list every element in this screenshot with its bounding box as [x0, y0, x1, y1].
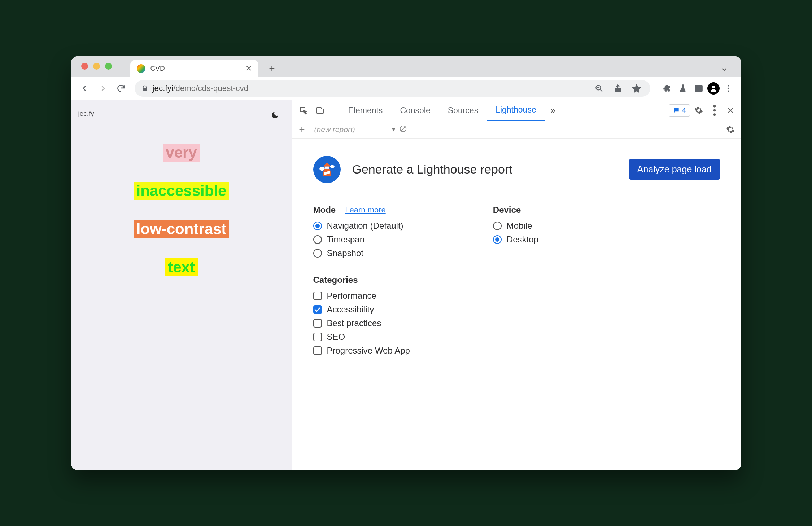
mode-option-2[interactable]: Snapshot	[313, 248, 410, 258]
lighthouse-toolbar: + (new report) ▼	[292, 121, 741, 139]
lighthouse-logo-icon	[313, 156, 341, 183]
labs-icon[interactable]	[676, 81, 690, 96]
profile-avatar[interactable]	[707, 82, 720, 95]
bookmark-icon[interactable]	[629, 81, 644, 96]
option-label: Desktop	[507, 234, 538, 245]
devtools-close-icon[interactable]	[723, 103, 738, 118]
favicon-icon	[137, 64, 145, 73]
option-label: Performance	[327, 291, 376, 301]
back-button[interactable]	[77, 80, 93, 96]
dark-mode-toggle[interactable]	[267, 107, 283, 123]
svg-point-8	[727, 88, 729, 89]
lighthouse-options: Mode Learn more Navigation (Default)Time…	[313, 205, 720, 359]
mode-option-1[interactable]: Timespan	[313, 234, 410, 245]
option-label: Progressive Web App	[327, 346, 410, 356]
demo-text-stack: very inaccessible low-contrast text	[78, 144, 285, 277]
inspect-icon[interactable]	[296, 103, 311, 118]
settings-icon[interactable]	[691, 103, 706, 118]
devtools-toolbar: Elements Console Sources Lighthouse » 4	[292, 100, 741, 121]
option-label: Navigation (Default)	[327, 221, 403, 231]
devtools-menu-icon[interactable]	[707, 103, 722, 118]
demo-word-4: text	[165, 258, 198, 276]
forward-button[interactable]	[95, 80, 111, 96]
lock-icon	[141, 85, 148, 92]
option-label: SEO	[327, 332, 345, 342]
zoom-icon[interactable]	[592, 81, 606, 96]
extensions-icon[interactable]	[660, 81, 674, 96]
sidepanel-icon[interactable]	[691, 81, 706, 96]
device-option-0[interactable]: Mobile	[493, 221, 538, 231]
demo-word-2: inaccessible	[134, 182, 230, 200]
mode-option-0[interactable]: Navigation (Default)	[313, 221, 410, 231]
tab-elements[interactable]: Elements	[340, 100, 392, 121]
svg-line-17	[401, 126, 405, 131]
category-option-4[interactable]: Progressive Web App	[313, 346, 410, 356]
svg-point-9	[727, 90, 729, 92]
category-option-2[interactable]: Best practices	[313, 318, 410, 328]
page-brand: jec.fyi	[78, 110, 285, 118]
window-minimize[interactable]	[93, 63, 100, 70]
tab-lighthouse[interactable]: Lighthouse	[487, 100, 545, 121]
issues-badge[interactable]: 4	[669, 104, 690, 117]
toolbar-right	[660, 81, 735, 96]
lighthouse-settings-icon[interactable]	[723, 122, 738, 137]
tab-console[interactable]: Console	[391, 100, 439, 121]
svg-rect-12	[320, 109, 323, 113]
window-maximize[interactable]	[105, 63, 112, 70]
device-toolbar-icon[interactable]	[313, 103, 328, 118]
new-tab-button[interactable]: +	[266, 63, 278, 74]
radio-icon	[313, 249, 322, 258]
more-tabs-icon[interactable]: »	[546, 105, 560, 115]
radio-icon	[313, 235, 322, 244]
address-bar: jec.fyi/demo/cds-quest-cvd	[71, 77, 741, 100]
svg-point-13	[713, 105, 716, 108]
tab-sources[interactable]: Sources	[439, 100, 487, 121]
new-report-button[interactable]: +	[296, 123, 308, 136]
svg-rect-4	[695, 85, 702, 91]
omnibox[interactable]: jec.fyi/demo/cds-quest-cvd	[135, 80, 650, 97]
svg-rect-20	[324, 166, 329, 168]
learn-more-link[interactable]: Learn more	[345, 205, 386, 215]
checkbox-icon	[313, 346, 322, 355]
menu-icon[interactable]	[721, 81, 735, 96]
category-option-3[interactable]: SEO	[313, 332, 410, 342]
device-section: Device MobileDesktop	[493, 205, 538, 359]
category-option-1[interactable]: Accessibility	[313, 304, 410, 315]
demo-word-1: very	[163, 144, 200, 162]
report-selector[interactable]: (new report) ▼	[314, 125, 396, 134]
devtools: Elements Console Sources Lighthouse » 4 …	[292, 100, 741, 470]
share-icon[interactable]	[611, 81, 625, 96]
checkbox-icon	[313, 333, 322, 341]
checkbox-icon	[313, 319, 322, 328]
radio-icon	[493, 235, 502, 244]
reload-button[interactable]	[113, 80, 129, 96]
svg-rect-3	[615, 88, 620, 92]
mode-heading: Mode	[313, 205, 336, 215]
category-option-0[interactable]: Performance	[313, 291, 410, 301]
option-label: Snapshot	[327, 248, 363, 258]
device-option-1[interactable]: Desktop	[493, 234, 538, 245]
chevron-down-icon: ▼	[391, 127, 396, 132]
chat-icon	[673, 107, 680, 114]
svg-point-6	[712, 86, 715, 88]
svg-point-19	[330, 165, 335, 168]
tab-strip: CVD ✕ + ⌄	[71, 56, 741, 77]
window-close[interactable]	[81, 63, 88, 70]
svg-point-15	[713, 113, 716, 116]
tab-title: CVD	[150, 65, 240, 73]
tabs-menu-icon[interactable]: ⌄	[720, 62, 728, 73]
option-label: Accessibility	[327, 304, 374, 315]
window-controls	[81, 63, 112, 70]
tab-close-icon[interactable]: ✕	[245, 64, 252, 73]
issues-count: 4	[682, 106, 686, 114]
page-content: jec.fyi very inaccessible low-contrast t…	[71, 100, 292, 470]
analyze-button[interactable]: Analyze page load	[629, 159, 720, 180]
option-label: Best practices	[327, 318, 381, 328]
lighthouse-panel: Generate a Lighthouse report Analyze pag…	[292, 139, 741, 470]
clear-icon[interactable]	[399, 125, 407, 135]
lighthouse-title: Generate a Lighthouse report	[352, 162, 617, 176]
browser-tab[interactable]: CVD ✕	[130, 60, 258, 77]
checkbox-icon	[313, 305, 322, 314]
svg-point-7	[727, 85, 729, 86]
separator	[311, 124, 311, 135]
